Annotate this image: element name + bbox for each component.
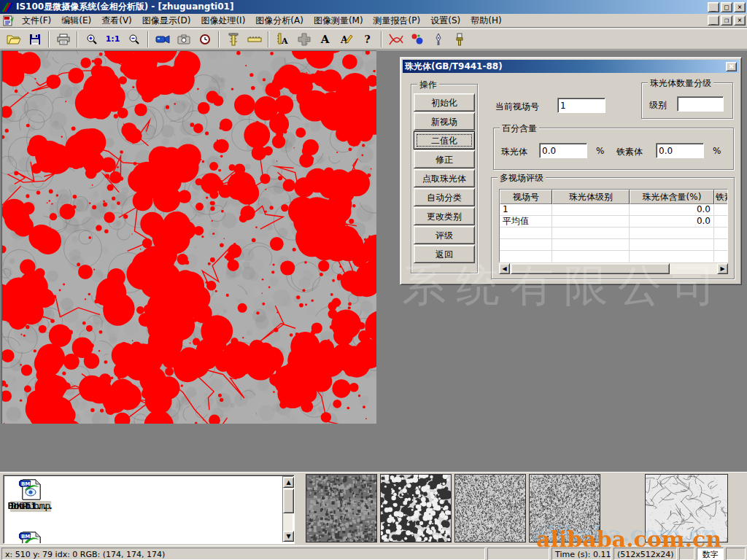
zoom-out-button[interactable] (124, 30, 144, 48)
file-item[interactable]: BMP (4, 531, 58, 544)
toolbar-separator (381, 31, 382, 47)
operation-button[interactable]: 点取珠光体 (414, 169, 475, 187)
save-button[interactable] (25, 30, 44, 48)
scroll-down-arrow-icon[interactable]: ▼ (283, 531, 294, 542)
application-window: { "title_bar": { "title": "IS100显微摄像系统(金… (0, 0, 747, 560)
menu-item[interactable]: 编辑(E) (56, 14, 96, 28)
measure-text-button[interactable]: A (273, 30, 293, 48)
menu-item[interactable]: 设置(S) (425, 14, 465, 28)
annotate-button[interactable]: A (336, 30, 356, 48)
menu-item[interactable]: 图像显示(D) (137, 14, 196, 28)
help-button[interactable]: ? (357, 30, 377, 48)
file-item[interactable]: BMP HuiTi... (4, 478, 58, 512)
column-header: 铁素体 (714, 190, 728, 204)
menu-item[interactable]: 图像处理(I) (196, 14, 250, 28)
grid-cross-button[interactable] (294, 30, 314, 48)
curve-tool-button[interactable] (386, 30, 406, 48)
menu-item[interactable]: 图像分析(A) (250, 14, 309, 28)
status-panel-empty (726, 548, 746, 560)
operation-group: 操作 初始化 新视场 二值化 修正 点取珠光体 自动分类 更改类别 (411, 84, 478, 273)
minimize-button[interactable]: _ (708, 2, 719, 12)
thumbnail-3[interactable] (454, 474, 526, 542)
level-input[interactable] (677, 96, 724, 112)
menu-item[interactable]: 文件(F) (17, 14, 56, 28)
thumbnail-2[interactable] (380, 474, 452, 542)
table-row[interactable]: 平均值 0.0 (500, 216, 727, 228)
zoom-out-icon (128, 34, 140, 45)
operation-button[interactable]: 二值化 (414, 131, 475, 149)
pearlite-input[interactable] (539, 143, 587, 158)
bmp-file-icon: BMP (18, 478, 43, 501)
snapshot-button[interactable] (174, 30, 193, 48)
pearlite-label: 珠光体 (501, 146, 527, 158)
text-button[interactable]: A (315, 30, 335, 48)
pearlite-unit: % (596, 146, 604, 156)
document-icon (3, 15, 15, 26)
curve-icon (388, 33, 404, 46)
operation-button[interactable]: 评级 (414, 226, 475, 244)
menu-item[interactable]: 测量报告(P) (368, 14, 426, 28)
rating-table-body: 1 0.0 平均值 0.0 (500, 204, 727, 228)
dialog-title: 珠光体(GB/T9441-88) (405, 61, 503, 73)
rating-table-header: 视场号珠光体级别珠光体含量(%)铁素体 (500, 190, 727, 204)
camera-icon (177, 34, 190, 44)
empty-row (500, 251, 727, 262)
dialog-close-button[interactable]: × (726, 62, 737, 71)
column-header: 珠光体级别 (552, 190, 630, 204)
video-camera-icon (155, 34, 170, 44)
thumbnail-5[interactable] (645, 474, 728, 542)
scrollbar-thumb[interactable] (511, 263, 670, 274)
rating-table[interactable]: 视场号珠光体级别珠光体含量(%)铁素体 1 0.0 平均值 (499, 189, 728, 262)
menu-bar: 文件(F)编辑(E)查看(V)图像显示(D)图像处理(I)图像分析(A)图像测量… (0, 14, 747, 28)
operation-button[interactable]: 初始化 (414, 93, 475, 112)
operation-button[interactable]: 返回 (414, 245, 475, 263)
rating-group-label: 多视场评级 (498, 172, 546, 184)
title-bar: IS100显微摄像系统(金相分析版) - [zhuguangti01] _ □ … (0, 0, 747, 14)
operation-button[interactable]: 自动分类 (414, 188, 475, 206)
child-restore-button[interactable]: ❐ (721, 15, 732, 26)
phase-dots-button[interactable] (407, 30, 427, 48)
operation-group-label: 操作 (417, 79, 439, 91)
operation-button[interactable]: 新视场 (414, 112, 475, 131)
child-minimize-button[interactable]: _ (708, 15, 719, 26)
grid-cross-icon (298, 33, 311, 46)
maximize-button[interactable]: □ (721, 2, 732, 12)
child-close-button[interactable]: × (734, 15, 746, 26)
brush-button[interactable] (449, 30, 469, 48)
operation-button[interactable]: 更改类别 (414, 207, 475, 225)
scrollbar-thumb[interactable] (283, 489, 294, 513)
video-capture-button[interactable] (152, 30, 172, 48)
menu-item[interactable]: 帮助(H) (465, 14, 506, 28)
thumbnail-1[interactable] (306, 474, 377, 542)
actual-size-button[interactable]: 1:1 (103, 30, 123, 48)
ferrite-input[interactable] (656, 143, 704, 158)
timer-button[interactable] (195, 30, 214, 48)
scroll-left-arrow-icon[interactable]: ◀ (499, 263, 510, 274)
thumbnail-4[interactable] (529, 474, 600, 542)
status-panel-empty (487, 548, 549, 560)
table-horizontal-scrollbar[interactable]: ◀ ▶ (499, 263, 728, 274)
table-row[interactable]: 1 0.0 (500, 204, 727, 216)
current-field-input[interactable] (557, 98, 605, 113)
menu-item[interactable]: 图像测量(M) (309, 14, 368, 28)
file-list-scrollbar[interactable]: ▲ ▼ (282, 476, 293, 542)
mode-status: 数字 (697, 548, 724, 560)
close-button[interactable]: × (734, 2, 746, 12)
operation-button[interactable]: 修正 (414, 150, 475, 168)
zoom-in-button[interactable] (82, 30, 101, 48)
caliper-button[interactable] (223, 30, 243, 48)
toolbar-separator (147, 31, 149, 47)
time-status: Time (s): 0.113 (551, 548, 611, 560)
menu-item[interactable]: 查看(V) (96, 14, 137, 28)
scroll-right-arrow-icon[interactable]: ▶ (717, 263, 728, 274)
printer-icon (57, 34, 70, 45)
print-button[interactable] (53, 30, 73, 48)
scroll-up-arrow-icon[interactable]: ▲ (283, 477, 294, 488)
file-list[interactable]: BMP DKF.bmp BMP Doubl... (3, 475, 295, 544)
dialog-title-bar[interactable]: 珠光体(GB/T9441-88) × (403, 60, 739, 73)
open-button[interactable] (4, 30, 23, 48)
pen-button[interactable] (428, 30, 448, 48)
ruler-button[interactable] (244, 30, 264, 48)
open-folder-icon (7, 34, 21, 45)
micrograph-canvas[interactable] (1, 50, 376, 424)
